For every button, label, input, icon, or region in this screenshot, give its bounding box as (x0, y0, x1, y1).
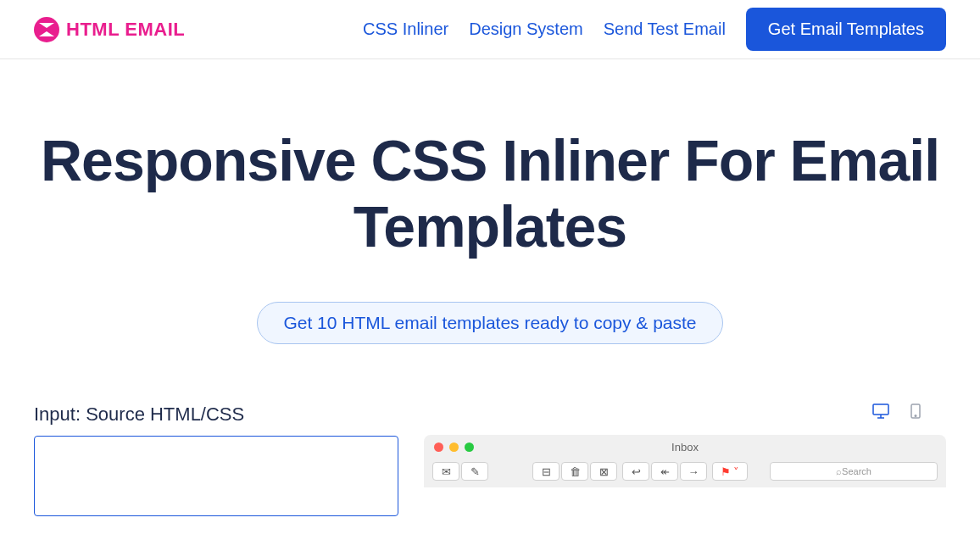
flag-icon[interactable]: ⚑ ˅ (712, 462, 748, 481)
content-area: Input: Source HTML/CSS (0, 378, 980, 520)
junk-icon[interactable]: ⊠ (590, 462, 617, 481)
compose-icon[interactable]: ✎ (461, 462, 488, 481)
logo-icon (34, 17, 59, 42)
hero-cta-link[interactable]: Get 10 HTML email templates ready to cop… (257, 302, 722, 344)
nav-css-inliner[interactable]: CSS Inliner (363, 19, 448, 39)
delete-icon[interactable]: 🗑 (561, 462, 588, 481)
input-label: Input: Source HTML/CSS (34, 404, 398, 426)
view-toggles (424, 404, 946, 422)
nav-design-system[interactable]: Design System (469, 19, 583, 39)
minimize-window-icon[interactable] (449, 442, 459, 452)
page-header: HTML EMAIL CSS Inliner Design System Sen… (0, 0, 980, 59)
get-templates-button[interactable]: Get Email Templates (746, 8, 946, 51)
search-placeholder: Search (842, 466, 871, 476)
toolbar-group-organize: ⊟ 🗑 ⊠ (532, 462, 617, 481)
preview-body (424, 487, 946, 513)
reply-icon[interactable]: ↩ (622, 462, 649, 481)
logo[interactable]: HTML EMAIL (34, 17, 185, 42)
search-box[interactable]: ⌕ Search (770, 462, 938, 481)
svg-point-4 (915, 415, 916, 417)
get-mail-icon[interactable]: ✉ (432, 462, 459, 481)
preview-window: Inbox ✉ ✎ ⊟ 🗑 ⊠ ↩ ↞ → ⚑ ˅ (424, 435, 946, 513)
svg-rect-0 (873, 404, 888, 415)
window-titlebar: Inbox (424, 435, 946, 459)
window-toolbar: ✉ ✎ ⊟ 🗑 ⊠ ↩ ↞ → ⚑ ˅ ⌕ Search (424, 459, 946, 487)
hero-title: Responsive CSS Inliner For Email Templat… (34, 127, 946, 259)
main-nav: CSS Inliner Design System Send Test Emai… (363, 8, 946, 51)
forward-icon[interactable]: → (680, 462, 707, 481)
toolbar-group-compose: ✉ ✎ (432, 462, 488, 481)
nav-send-test-email[interactable]: Send Test Email (604, 19, 726, 39)
input-panel: Input: Source HTML/CSS (34, 404, 398, 520)
mobile-view-icon[interactable] (910, 404, 921, 422)
source-html-textarea[interactable] (34, 436, 398, 516)
preview-panel: Inbox ✉ ✎ ⊟ 🗑 ⊠ ↩ ↞ → ⚑ ˅ (424, 404, 946, 520)
close-window-icon[interactable] (434, 442, 443, 452)
window-title: Inbox (671, 441, 699, 454)
logo-text: HTML EMAIL (66, 19, 185, 41)
hero-section: Responsive CSS Inliner For Email Templat… (0, 59, 980, 378)
desktop-view-icon[interactable] (872, 404, 889, 422)
toolbar-group-reply: ↩ ↞ → (622, 462, 707, 481)
archive-icon[interactable]: ⊟ (532, 462, 560, 481)
traffic-lights (434, 442, 474, 452)
search-icon: ⌕ (836, 466, 842, 476)
reply-all-icon[interactable]: ↞ (651, 462, 678, 481)
maximize-window-icon[interactable] (465, 442, 474, 452)
